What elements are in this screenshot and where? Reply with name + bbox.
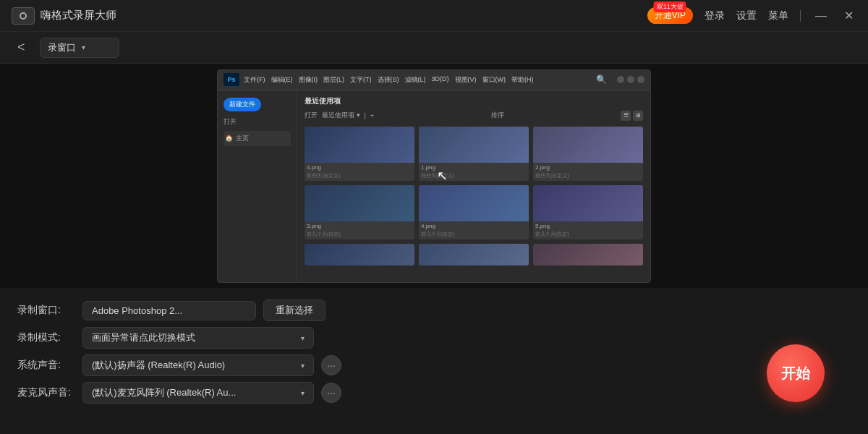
ps-sort-label: 排序 bbox=[491, 111, 504, 120]
ps-home-item: 🏠 主页 bbox=[224, 131, 291, 146]
ps-home-label: 主页 bbox=[236, 134, 249, 143]
sys-audio-row: 系统声音: (默认)扬声器 (Realtek(R) Audio) ▾ ··· bbox=[17, 352, 851, 379]
ps-thumb-sub-2: 前些天(自定义) bbox=[419, 172, 529, 181]
ps-sidebar: 新建文件 打开 🏠 主页 bbox=[218, 90, 297, 282]
ps-thumb-label-5: 4.png bbox=[419, 221, 529, 231]
ps-open-item: 打开 bbox=[224, 116, 291, 128]
sys-audio-more-button[interactable]: ··· bbox=[321, 355, 341, 375]
ps-thumb-6: 5.png 前几个月(自定) bbox=[533, 185, 643, 239]
ps-toolbar-row: 打开 最近使用项 ▾ | + 排序 ☰ ⊞ bbox=[305, 111, 643, 121]
ps-close-btn bbox=[637, 76, 644, 83]
title-bar-right: 双11大促 开通VIP 登录 设置 菜单 — ✕ bbox=[647, 7, 856, 24]
ps-menu-3d: 3D(D) bbox=[432, 75, 449, 85]
ps-window-buttons bbox=[617, 76, 644, 83]
mode-arrow-icon: ▾ bbox=[82, 43, 85, 51]
ps-titlebar: Ps 文件(F) 编辑(E) 图像(I) 图层(L) 文字(T) 选择(S) 滤… bbox=[218, 70, 650, 90]
ps-thumb-img-4 bbox=[305, 185, 414, 221]
mic-select[interactable]: (默认)麦克风阵列 (Realtek(R) Au... ▾ bbox=[82, 382, 314, 404]
ps-thumb-sm-3 bbox=[533, 244, 643, 265]
app-logo-area: 嗨格式录屏大师 bbox=[12, 7, 647, 25]
ps-thumb-img-2 bbox=[419, 127, 529, 163]
ps-thumb-4: 3.png 前几个月(自定) bbox=[305, 185, 414, 239]
logo-icon bbox=[12, 7, 35, 25]
ps-home-icon: 🏠 bbox=[225, 135, 233, 142]
ps-list-view-btn: ☰ bbox=[621, 111, 631, 121]
ps-thumbs-row3 bbox=[305, 244, 643, 265]
ps-body: 新建文件 打开 🏠 主页 最近使用项 打开 最近使用项 ▾ | + 排序 ☰ bbox=[218, 90, 650, 282]
ps-window-preview: Ps 文件(F) 编辑(E) 图像(I) 图层(L) 文字(T) 选择(S) 滤… bbox=[217, 69, 651, 283]
ps-thumb-sub-4: 前几个月(自定) bbox=[305, 231, 414, 239]
ps-thumb-1: 4.png 前些天(自定义) bbox=[305, 127, 414, 181]
vip-button[interactable]: 双11大促 开通VIP bbox=[647, 7, 693, 24]
record-mode-label: 录制模式: bbox=[17, 331, 82, 344]
ps-main-content: 最近使用项 打开 最近使用项 ▾ | + 排序 ☰ ⊞ 4.png bbox=[297, 90, 650, 282]
ps-max-btn bbox=[627, 76, 634, 83]
login-button[interactable]: 登录 bbox=[705, 9, 725, 22]
ps-menu-edit: 编辑(E) bbox=[271, 75, 293, 85]
ps-logo-icon: Ps bbox=[224, 73, 239, 86]
ps-search-icon: 🔍 bbox=[596, 75, 607, 85]
ps-thumb-3: 2.png 前些天(自定义) bbox=[533, 127, 643, 181]
ps-thumb-sub-6: 前几个月(自定) bbox=[533, 231, 643, 239]
ps-new-file-btn: 新建文件 bbox=[224, 98, 261, 111]
title-divider bbox=[800, 10, 801, 22]
ps-thumb-sm-2 bbox=[419, 244, 529, 265]
controls-area: 录制窗口: Adobe Photoshop 2... 重新选择 录制模式: 画面… bbox=[0, 288, 868, 415]
ps-thumb-img-1 bbox=[305, 127, 414, 163]
ps-thumb-sm-1 bbox=[305, 244, 414, 265]
ps-thumbs-grid: 4.png 前些天(自定义) 1.png 前些天(自定义) 2.png 前些天(… bbox=[305, 127, 643, 239]
ps-menu-filter: 滤镜(L) bbox=[405, 75, 426, 85]
sys-audio-arrow-icon: ▾ bbox=[301, 362, 305, 370]
ps-thumb-2: 1.png 前些天(自定义) bbox=[419, 127, 529, 181]
back-button[interactable]: < bbox=[12, 37, 31, 58]
reselect-button[interactable]: 重新选择 bbox=[263, 299, 326, 321]
ps-menu-file: 文件(F) bbox=[244, 75, 265, 85]
mic-row: 麦克风声音: (默认)麦克风阵列 (Realtek(R) Au... ▾ ··· bbox=[17, 379, 851, 407]
ps-view-toggle: ☰ ⊞ bbox=[621, 111, 643, 121]
minimize-button[interactable]: — bbox=[812, 9, 830, 22]
app-title: 嗨格式录屏大师 bbox=[41, 9, 116, 22]
sys-audio-value: (默认)扬声器 (Realtek(R) Audio) bbox=[92, 359, 225, 372]
toolbar: < 录窗口 ▾ bbox=[0, 32, 868, 64]
mic-more-button[interactable]: ··· bbox=[321, 383, 341, 403]
ps-thumb-img-3 bbox=[533, 127, 643, 163]
settings-button[interactable]: 设置 bbox=[736, 9, 757, 22]
ps-add-icon: + bbox=[370, 112, 374, 119]
start-button[interactable]: 开始 bbox=[767, 344, 825, 402]
ps-open-label: 打开 bbox=[305, 111, 318, 120]
mode-select[interactable]: 录窗口 ▾ bbox=[40, 38, 119, 58]
logo-dot-icon bbox=[20, 12, 27, 20]
sys-audio-label: 系统声音: bbox=[17, 359, 82, 372]
ps-thumb-sub-1: 前些天(自定义) bbox=[305, 172, 414, 181]
record-mode-select[interactable]: 画面异常请点此切换模式 ▾ bbox=[82, 327, 314, 349]
record-window-label: 录制窗口: bbox=[17, 304, 82, 317]
title-bar: 嗨格式录屏大师 双11大促 开通VIP 登录 设置 菜单 — ✕ bbox=[0, 0, 868, 32]
record-mode-value: 画面异常请点此切换模式 bbox=[92, 331, 195, 344]
ps-thumb-label-3: 2.png bbox=[533, 163, 643, 172]
ps-thumb-label-6: 5.png bbox=[533, 221, 643, 231]
menu-button[interactable]: 菜单 bbox=[768, 9, 788, 22]
ps-thumb-label-1: 4.png bbox=[305, 163, 414, 172]
close-button[interactable]: ✕ bbox=[841, 9, 856, 22]
ps-menu-layer: 图层(L) bbox=[323, 75, 344, 85]
record-mode-row: 录制模式: 画面异常请点此切换模式 ▾ bbox=[17, 324, 851, 352]
ps-grid-view-btn: ⊞ bbox=[633, 111, 643, 121]
ps-menu-text: 文字(T) bbox=[350, 75, 372, 85]
ps-menu-view: 视图(V) bbox=[455, 75, 477, 85]
record-window-row: 录制窗口: Adobe Photoshop 2... 重新选择 bbox=[17, 297, 851, 324]
record-mode-arrow-icon: ▾ bbox=[301, 334, 305, 342]
ps-menu-bar: 文件(F) 编辑(E) 图像(I) 图层(L) 文字(T) 选择(S) 滤镜(L… bbox=[244, 75, 592, 85]
ps-divider: | bbox=[365, 112, 366, 119]
record-window-value: Adobe Photoshop 2... bbox=[82, 301, 256, 320]
ps-recent-title: 最近使用项 bbox=[305, 96, 643, 106]
ps-thumb-img-6 bbox=[533, 185, 643, 221]
ps-thumb-5: 4.png 前几个月(自定) bbox=[419, 185, 529, 239]
ps-recent-label: 最近使用项 ▾ bbox=[322, 111, 360, 120]
ps-menu-window: 窗口(W) bbox=[482, 75, 506, 85]
ps-thumb-label-4: 3.png bbox=[305, 221, 414, 231]
ps-thumb-sub-5: 前几个月(自定) bbox=[419, 231, 529, 239]
ps-thumb-label-2: 1.png bbox=[419, 163, 529, 172]
mic-label: 麦克风声音: bbox=[17, 386, 82, 399]
ps-thumb-img-5 bbox=[419, 185, 529, 221]
sys-audio-select[interactable]: (默认)扬声器 (Realtek(R) Audio) ▾ bbox=[82, 354, 314, 376]
